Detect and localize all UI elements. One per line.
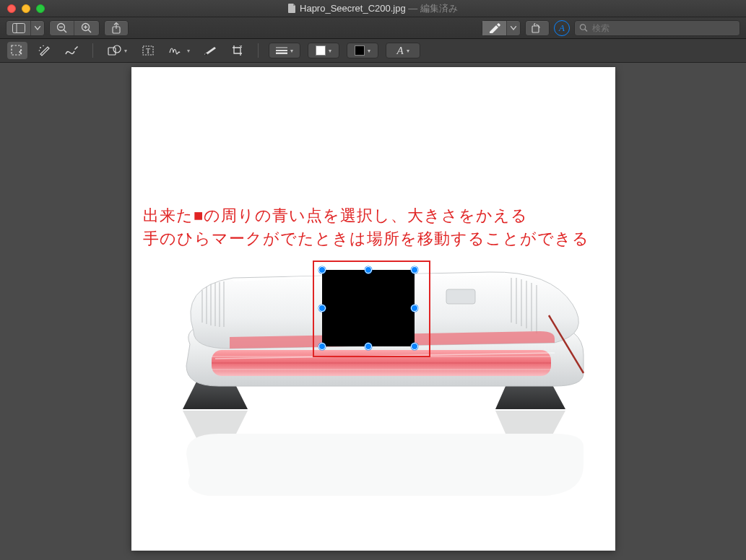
svg-point-16: [43, 45, 44, 47]
markup-toolbar: ▾ T ▾ ▾ ▾ ▾ A ▾: [0, 39, 746, 63]
resize-handle-ne[interactable]: [411, 266, 418, 274]
annotation-text: 出来た■の周りの青い点を選択し、大きさをかえる 手のひらマークがでたときは場所を…: [143, 204, 589, 250]
resize-handle-s[interactable]: [365, 343, 372, 350]
main-toolbar: A: [0, 17, 746, 39]
titlebar: Hapro_Seecret_C200.jpg — 編集済み: [0, 0, 746, 17]
zoom-in-button[interactable]: [74, 21, 99, 35]
search-field[interactable]: [574, 20, 740, 36]
share-button[interactable]: [104, 20, 129, 36]
annotation-line-1: 出来た■の周りの青い点を選択し、大きさをかえる: [143, 204, 589, 227]
svg-line-13: [585, 29, 587, 31]
search-input[interactable]: [592, 23, 735, 33]
line-style-dropdown[interactable]: ▾: [269, 43, 300, 58]
svg-point-19: [113, 45, 121, 53]
instant-alpha-tool[interactable]: [35, 42, 55, 59]
sidebar-toggle-button[interactable]: [6, 21, 31, 35]
canvas-area[interactable]: 出来た■の周りの青い点を選択し、大きさをかえる 手のひらマークがでたときは場所を…: [0, 63, 746, 560]
window-title: Hapro_Seecret_C200.jpg — 編集済み: [0, 2, 746, 15]
markup-dropdown-button[interactable]: [507, 21, 520, 35]
close-window-button[interactable]: [7, 4, 16, 13]
zoom-group: [49, 20, 100, 36]
fill-color-dropdown[interactable]: ▾: [347, 43, 378, 58]
font-style-dropdown[interactable]: A ▾: [386, 43, 420, 58]
search-icon: [579, 23, 588, 32]
separator: [92, 43, 93, 58]
font-label: A: [396, 45, 403, 57]
border-color-dropdown[interactable]: ▾: [308, 43, 339, 58]
crop-tool[interactable]: [227, 42, 248, 59]
product-reflection: [150, 406, 597, 555]
zoom-out-button[interactable]: [50, 21, 74, 35]
svg-rect-11: [532, 26, 539, 32]
text-tool[interactable]: T: [138, 42, 158, 59]
svg-point-15: [40, 47, 41, 48]
shapes-tool[interactable]: ▾: [103, 42, 131, 59]
fullscreen-window-button[interactable]: [36, 4, 45, 13]
draw-tool[interactable]: [62, 42, 82, 59]
rotate-button[interactable]: [525, 20, 550, 36]
selection-tool[interactable]: [7, 42, 27, 59]
adjust-color-tool[interactable]: [200, 42, 220, 59]
resize-handle-nw[interactable]: [318, 266, 326, 274]
sign-tool[interactable]: ▾: [165, 42, 193, 59]
separator: [258, 43, 259, 58]
filename-label: Hapro_Seecret_C200.jpg: [300, 3, 406, 14]
svg-point-12: [580, 25, 585, 30]
svg-rect-0: [12, 23, 25, 32]
markup-toggle-button[interactable]: [482, 21, 507, 35]
markup-toggle-group: [482, 20, 521, 36]
resize-handle-sw[interactable]: [318, 343, 326, 350]
svg-rect-22: [205, 53, 207, 56]
minimize-window-button[interactable]: [22, 4, 30, 13]
markup-badge-label: A: [559, 22, 565, 34]
svg-text:T: T: [146, 47, 150, 55]
resize-handle-w[interactable]: [318, 305, 326, 312]
annotation-line-2: 手のひらマークがでたときは場所を移動することができる: [143, 227, 589, 250]
document[interactable]: 出来た■の周りの青い点を選択し、大きさをかえる 手のひらマークがでたときは場所を…: [131, 67, 615, 551]
edited-label: — 編集済み: [406, 3, 458, 14]
resize-handle-n[interactable]: [365, 266, 372, 274]
svg-point-17: [39, 50, 40, 51]
black-rectangle-shape[interactable]: [322, 270, 415, 346]
svg-line-3: [64, 30, 66, 32]
markup-annotate-button[interactable]: A: [554, 20, 570, 36]
svg-rect-14: [12, 45, 21, 55]
resize-handle-se[interactable]: [411, 343, 418, 350]
svg-line-6: [88, 30, 91, 32]
window-controls: [0, 4, 45, 13]
resize-handle-e[interactable]: [411, 305, 418, 312]
document-icon: [288, 4, 296, 13]
sidebar-dropdown-button[interactable]: [31, 21, 44, 35]
svg-rect-43: [446, 289, 475, 304]
sidebar-toggle-group: [6, 20, 45, 36]
